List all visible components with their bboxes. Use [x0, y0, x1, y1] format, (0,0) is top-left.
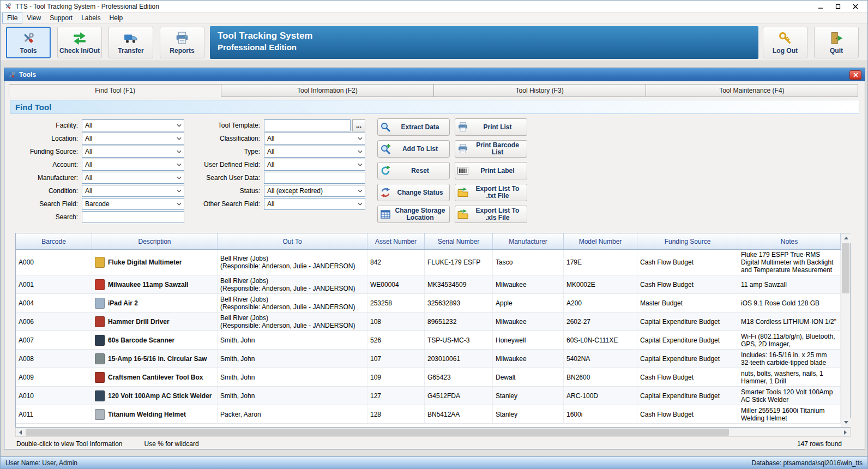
- scroll-down-button[interactable]: [841, 418, 851, 427]
- location-combo[interactable]: All: [82, 133, 184, 145]
- horizontal-scrollbar[interactable]: [15, 428, 851, 437]
- search-user-data-input[interactable]: [264, 172, 365, 184]
- toolbar-button-transfer[interactable]: Transfer: [108, 27, 153, 58]
- table-row[interactable]: A010120 Volt 100Amp AC Stick WelderSmith…: [16, 387, 841, 405]
- grid-body: A000Fluke Digital MultimeterBell River (…: [16, 250, 841, 427]
- account-combo[interactable]: All: [82, 159, 184, 171]
- manufacturer-combo[interactable]: All: [82, 172, 184, 184]
- other-search-field-combo[interactable]: All: [264, 198, 365, 210]
- vertical-scrollbar[interactable]: [841, 233, 850, 427]
- toolbar-button-reports[interactable]: Reports: [160, 27, 204, 58]
- status-combo[interactable]: All (except Retired): [264, 185, 365, 197]
- print-label-button[interactable]: Print Label: [455, 162, 527, 179]
- funding-source-combo[interactable]: All: [82, 146, 184, 158]
- column-header-out-to[interactable]: Out To: [218, 233, 367, 249]
- reset-button[interactable]: Reset: [377, 162, 450, 179]
- tools-window-close-button[interactable]: [849, 70, 861, 80]
- table-row[interactable]: A000Fluke Digital MultimeterBell River (…: [16, 250, 841, 275]
- toolbar-button-quit[interactable]: Quit: [814, 27, 859, 58]
- table-row[interactable]: A011Titanium Welding HelmetPacker, Aaron…: [16, 405, 841, 424]
- search-field-combo[interactable]: Barcode: [82, 198, 184, 210]
- menu-item-file[interactable]: File: [2, 13, 22, 23]
- menu-item-support[interactable]: Support: [45, 13, 77, 23]
- form-row-funding-source: Funding Source:All: [12, 146, 184, 158]
- column-header-asset-number[interactable]: Asset Number: [367, 233, 425, 249]
- cell: 253258: [367, 294, 425, 312]
- column-header-description[interactable]: Description: [92, 233, 218, 249]
- toolbar-button-check-in-out[interactable]: Check In/Out: [57, 27, 102, 58]
- toolbar-button-log-out[interactable]: Log Out: [763, 27, 807, 58]
- extract-data-button[interactable]: Extract Data: [377, 118, 450, 136]
- column-header-manufacturer[interactable]: Manufacturer: [493, 233, 564, 249]
- up-arrow-icon: [844, 237, 848, 239]
- column-header-funding-source[interactable]: Funding Source: [637, 233, 738, 249]
- chevron-down-icon[interactable]: [174, 199, 183, 209]
- title-bar: TTS - Tool Tracking System - Professiona…: [1, 1, 867, 13]
- type-combo[interactable]: All: [264, 146, 365, 158]
- horizontal-scroll-thumb[interactable]: [26, 429, 729, 436]
- chevron-down-icon[interactable]: [174, 186, 183, 196]
- cell: Smarter Tools 120 Volt 100Amp AC Stick W…: [738, 387, 841, 405]
- maximize-button[interactable]: [829, 1, 847, 12]
- column-header-notes[interactable]: Notes: [738, 233, 841, 249]
- table-row[interactable]: A00760s Barcode ScannerSmith, John526TSP…: [16, 331, 841, 350]
- classification-combo[interactable]: All: [264, 133, 365, 145]
- minimize-icon: [818, 4, 823, 9]
- scroll-up-button[interactable]: [841, 233, 851, 243]
- column-header-barcode[interactable]: Barcode: [16, 233, 92, 249]
- cell: 127: [367, 387, 425, 405]
- find-tool-section-header: Find Tool: [10, 100, 859, 114]
- scroll-left-button[interactable]: [16, 428, 25, 436]
- menu-item-help[interactable]: Help: [105, 13, 128, 23]
- change-storage-location-button[interactable]: Change Storage Location: [377, 206, 450, 223]
- column-header-model-number[interactable]: Model Number: [564, 233, 637, 249]
- printer-icon: [457, 143, 468, 154]
- menu-item-labels[interactable]: Labels: [77, 13, 105, 23]
- chevron-down-icon[interactable]: [174, 147, 183, 157]
- chevron-down-icon[interactable]: [355, 199, 364, 209]
- minimize-button[interactable]: [812, 1, 829, 12]
- chevron-down-icon[interactable]: [174, 134, 183, 143]
- tab-tool-information-f2[interactable]: Tool Information (F2): [221, 84, 433, 97]
- cell: 107: [367, 350, 425, 368]
- chevron-down-icon[interactable]: [174, 121, 183, 130]
- toolbar-button-tools[interactable]: Tools: [6, 27, 51, 58]
- export-list-to-txt-file-button[interactable]: Export List To .txt File: [455, 184, 527, 201]
- table-row[interactable]: A00815-Amp 16-5/16 in. Circular SawSmith…: [16, 350, 841, 368]
- tool-template-input[interactable]: [264, 119, 351, 131]
- browse-button[interactable]: ...: [352, 119, 365, 131]
- change-status-button[interactable]: Change Status: [377, 184, 450, 201]
- chevron-down-icon[interactable]: [174, 173, 183, 183]
- scroll-right-button[interactable]: [841, 428, 850, 436]
- tools-window-titlebar[interactable]: Tools: [4, 68, 865, 81]
- condition-combo[interactable]: All: [82, 185, 184, 197]
- search-input[interactable]: [82, 211, 184, 223]
- chevron-down-icon: [177, 189, 182, 193]
- combo-value: All: [85, 187, 92, 195]
- export-list-to-xls-file-button[interactable]: Export List To .xls File: [455, 206, 527, 223]
- table-row[interactable]: A009Craftsmen Cantilever Tool BoxSmith, …: [16, 368, 841, 387]
- table-row[interactable]: A004iPad Air 2Bell River (Jobs) (Respons…: [16, 294, 841, 312]
- chevron-down-icon[interactable]: [355, 186, 364, 196]
- column-header-serial-number[interactable]: Serial Number: [425, 233, 493, 249]
- chevron-down-icon[interactable]: [355, 147, 364, 157]
- tab-find-tool-f1[interactable]: Find Tool (F1): [9, 84, 221, 97]
- tab-tool-history-f3[interactable]: Tool History (F3): [434, 84, 646, 97]
- add-to-list-button[interactable]: Add To List: [377, 140, 450, 158]
- chevron-down-icon: [358, 150, 363, 153]
- app-icon: [4, 2, 12, 10]
- menu-item-view[interactable]: View: [22, 13, 45, 23]
- chevron-down-icon[interactable]: [355, 160, 364, 170]
- table-row[interactable]: A001Milwaukee 11amp SawzallBell River (J…: [16, 275, 841, 294]
- chevron-down-icon[interactable]: [355, 134, 364, 143]
- chevron-down-icon[interactable]: [174, 160, 183, 170]
- vertical-scroll-thumb[interactable]: [842, 243, 849, 293]
- close-button[interactable]: [847, 1, 864, 12]
- facility-combo[interactable]: All: [82, 119, 184, 131]
- print-list-button[interactable]: Print List: [455, 118, 527, 136]
- table-row[interactable]: A006Hammer Drill DriverBell River (Jobs)…: [16, 312, 841, 331]
- tab-tool-maintenance-f4[interactable]: Tool Maintenance (F4): [646, 84, 858, 97]
- barcode-icon: [457, 165, 468, 176]
- print-barcode-list-button[interactable]: Print Barcode List: [455, 140, 527, 158]
- user-defined-field-combo[interactable]: All: [264, 159, 365, 171]
